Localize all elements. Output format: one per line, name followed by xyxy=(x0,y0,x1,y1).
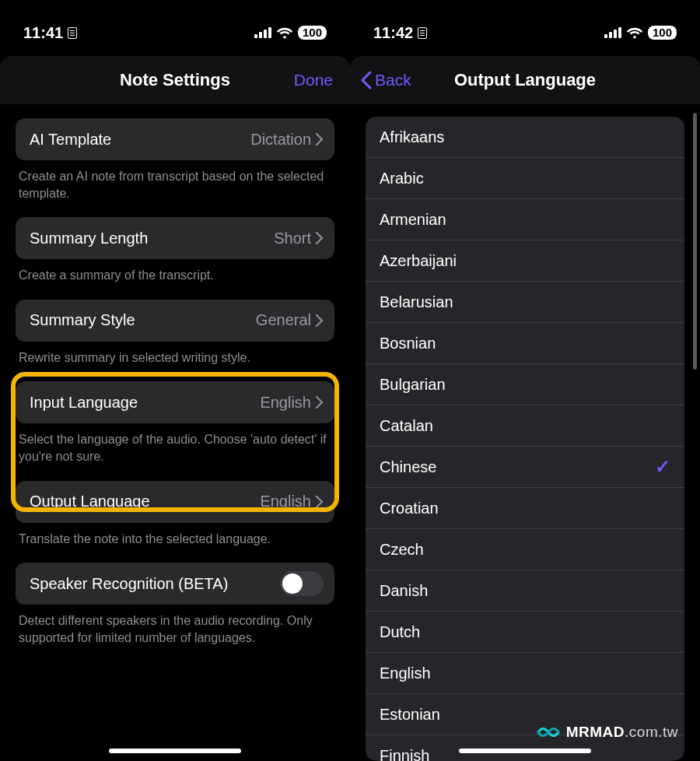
language-label: Croatian xyxy=(380,500,439,517)
setting-label: Speaker Recognition (BETA) xyxy=(30,575,228,593)
language-label: Finnish xyxy=(380,747,429,762)
language-option[interactable]: Belarusian xyxy=(366,282,684,323)
language-label: Bulgarian xyxy=(380,376,446,394)
language-list[interactable]: AfrikaansArabicArmenianAzerbaijaniBelaru… xyxy=(366,117,684,761)
language-label: Dutch xyxy=(380,623,420,641)
language-option[interactable]: Afrikaans xyxy=(366,117,684,158)
scrollbar[interactable] xyxy=(693,113,697,370)
right-phone-screenshot: 11:42 100 Back Output Language Afrikaans… xyxy=(350,0,700,761)
setting-desc: Create an AI note from transcript based … xyxy=(16,160,334,206)
status-bar: 11:42 100 xyxy=(350,0,700,47)
setting-label: Summary Style xyxy=(30,311,135,329)
setting-desc: Rewrite summary in selected writing styl… xyxy=(16,342,334,371)
nav-bar: Note Settings Done xyxy=(0,56,350,104)
language-option[interactable]: Czech xyxy=(366,529,684,570)
language-label: Armenian xyxy=(380,211,446,229)
language-label: English xyxy=(380,665,431,682)
watermark-suffix: .com.tw xyxy=(625,724,678,740)
language-label: Danish xyxy=(380,582,428,600)
watermark-logo-icon xyxy=(537,724,560,741)
language-option[interactable]: Dutch xyxy=(366,612,684,653)
language-label: Belarusian xyxy=(380,293,453,311)
status-right-cluster: 100 xyxy=(254,26,327,40)
language-label: Afrikaans xyxy=(380,128,444,146)
status-right-cluster: 100 xyxy=(604,26,677,40)
language-option[interactable]: Bosnian xyxy=(366,323,684,364)
watermark: MRMAD.com.tw xyxy=(537,724,678,741)
home-indicator[interactable] xyxy=(109,749,241,753)
setting-value: Dictation xyxy=(250,131,311,149)
language-label: Arabic xyxy=(380,170,424,188)
annotation-highlight-box xyxy=(11,372,339,512)
doc-icon xyxy=(68,27,77,39)
home-indicator[interactable] xyxy=(459,749,591,753)
left-phone-screenshot: 11:41 100 Note Settings Done AI Template… xyxy=(0,0,350,761)
setting-desc: Detect different speakers in the audio r… xyxy=(16,605,334,651)
svg-rect-0 xyxy=(254,34,257,38)
chevron-right-icon xyxy=(316,314,324,327)
cellular-icon xyxy=(254,27,271,38)
language-list-container: AfrikaansArabicArmenianAzerbaijaniBelaru… xyxy=(366,117,684,761)
status-bar: 11:41 100 xyxy=(0,0,350,47)
svg-rect-6 xyxy=(614,30,617,38)
language-option[interactable]: Bulgarian xyxy=(366,364,684,405)
language-label: Czech xyxy=(380,541,424,559)
setting-ai-template-group: AI Template Dictation Create an AI note … xyxy=(16,118,334,206)
battery-level: 100 xyxy=(648,26,677,40)
language-option[interactable]: Catalan xyxy=(366,405,684,447)
status-time: 11:42 xyxy=(373,24,413,42)
language-option[interactable]: English xyxy=(366,653,684,694)
setting-value: Short xyxy=(274,230,311,247)
chevron-right-icon xyxy=(316,133,324,146)
setting-label: AI Template xyxy=(30,131,111,149)
language-option[interactable]: Danish xyxy=(366,570,684,612)
svg-rect-1 xyxy=(259,32,262,38)
setting-summary-style-row[interactable]: Summary Style General xyxy=(16,300,334,342)
setting-desc: Create a summary of the transcript. xyxy=(16,259,334,289)
svg-rect-4 xyxy=(604,34,607,38)
chevron-left-icon xyxy=(359,71,373,89)
svg-rect-7 xyxy=(618,27,621,38)
chevron-right-icon xyxy=(316,232,324,244)
setting-summary-style-group: Summary Style General Rewrite summary in… xyxy=(16,300,334,371)
language-option[interactable]: Arabic xyxy=(366,158,684,199)
checkmark-icon: ✓ xyxy=(655,456,670,478)
status-time: 11:41 xyxy=(23,24,63,42)
svg-rect-2 xyxy=(264,30,267,38)
svg-rect-3 xyxy=(268,27,271,38)
setting-speaker-recognition-row[interactable]: Speaker Recognition (BETA) xyxy=(16,563,334,605)
setting-ai-template-row[interactable]: AI Template Dictation xyxy=(16,118,334,160)
page-title: Note Settings xyxy=(120,70,230,90)
language-label: Chinese xyxy=(380,458,436,476)
language-label: Azerbaijani xyxy=(380,252,457,270)
language-label: Estonian xyxy=(380,706,440,724)
language-label: Catalan xyxy=(380,417,433,435)
done-button[interactable]: Done xyxy=(294,56,333,104)
language-label: Bosnian xyxy=(380,335,436,352)
setting-label: Summary Length xyxy=(30,230,148,247)
setting-desc: Translate the note into the selected lan… xyxy=(16,523,334,552)
nav-bar: Back Output Language xyxy=(350,56,700,104)
back-button[interactable]: Back xyxy=(359,56,411,104)
language-option[interactable]: Armenian xyxy=(366,199,684,240)
battery-level: 100 xyxy=(298,26,327,40)
wifi-icon xyxy=(276,26,293,39)
cellular-icon xyxy=(604,27,621,38)
doc-icon xyxy=(418,27,427,39)
language-option[interactable]: Chinese✓ xyxy=(366,447,684,488)
setting-speaker-recognition-group: Speaker Recognition (BETA) Detect differ… xyxy=(16,563,334,651)
speaker-recognition-toggle[interactable] xyxy=(280,571,324,596)
setting-value: General xyxy=(256,311,311,329)
svg-rect-5 xyxy=(609,32,612,38)
language-option[interactable]: Croatian xyxy=(366,488,684,529)
setting-summary-length-group: Summary Length Short Create a summary of… xyxy=(16,217,334,289)
wifi-icon xyxy=(626,26,643,39)
setting-summary-length-row[interactable]: Summary Length Short xyxy=(16,217,334,259)
language-option[interactable]: Azerbaijani xyxy=(366,240,684,282)
back-label: Back xyxy=(375,71,411,89)
page-title: Output Language xyxy=(454,70,596,90)
watermark-brand: MRMAD xyxy=(566,724,625,740)
